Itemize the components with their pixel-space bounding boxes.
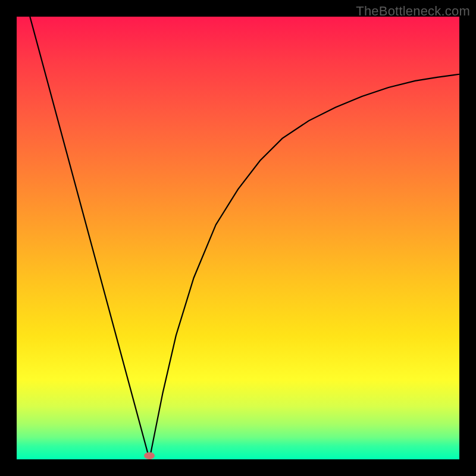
optimal-point-marker (144, 452, 155, 459)
curve-svg (17, 17, 459, 459)
watermark-text: TheBottleneck.com (356, 4, 470, 19)
chart-frame: TheBottleneck.com (0, 0, 476, 476)
bottleneck-curve (30, 17, 459, 459)
plot-area (17, 17, 459, 459)
